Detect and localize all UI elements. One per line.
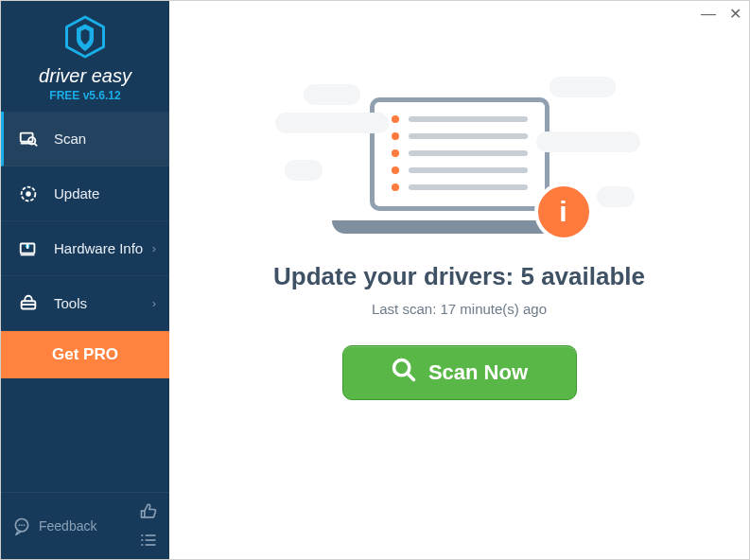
- list-icon[interactable]: [139, 531, 158, 550]
- scan-illustration: i: [313, 75, 606, 234]
- laptop-illustration-screen: [370, 97, 549, 211]
- decorative-cloud: [304, 84, 360, 105]
- brand-version: FREE v5.6.12: [49, 89, 120, 102]
- sidebar-item-scan[interactable]: Scan: [1, 112, 169, 166]
- decorative-cloud: [597, 186, 635, 207]
- last-scan-text: Last scan: 17 minute(s) ago: [372, 301, 547, 317]
- decorative-cloud: [536, 131, 640, 152]
- close-button[interactable]: ✕: [729, 7, 741, 22]
- brand-block: driver easy FREE v5.6.12: [1, 1, 169, 112]
- sidebar-footer: Feedback: [1, 492, 169, 559]
- sidebar-nav: Scan Update i Hardware Info ›: [1, 112, 169, 378]
- svg-point-13: [141, 534, 143, 536]
- feedback-icon: [12, 516, 31, 535]
- svg-point-15: [141, 544, 143, 546]
- window-controls: — ✕: [701, 7, 741, 22]
- info-badge-icon: i: [534, 183, 593, 241]
- info-badge-label: i: [559, 196, 567, 228]
- scan-now-label: Scan Now: [428, 360, 528, 385]
- sidebar-item-label: Update: [54, 185, 99, 201]
- magnify-icon: [391, 357, 417, 389]
- sidebar-item-hardware-info[interactable]: i Hardware Info ›: [1, 221, 169, 276]
- sidebar-item-label: Scan: [54, 131, 86, 147]
- scan-icon: [16, 127, 41, 151]
- sidebar-item-tools[interactable]: Tools ›: [1, 276, 169, 331]
- brand-name: driver easy: [39, 65, 131, 87]
- scan-now-button[interactable]: Scan Now: [342, 345, 577, 400]
- svg-point-12: [24, 524, 26, 526]
- footer-icons: [139, 502, 158, 550]
- sidebar-item-label: Hardware Info: [54, 240, 143, 256]
- decorative-cloud: [549, 77, 616, 97]
- svg-point-14: [141, 539, 143, 541]
- sidebar-item-update[interactable]: Update: [1, 166, 169, 221]
- main-heading: Update your drivers: 5 available: [273, 262, 645, 291]
- sidebar: driver easy FREE v5.6.12 Scan U: [1, 1, 169, 559]
- svg-point-4: [26, 191, 31, 197]
- chevron-right-icon: ›: [152, 241, 156, 255]
- feedback-button[interactable]: Feedback: [12, 516, 96, 535]
- svg-point-10: [19, 524, 21, 526]
- update-icon: [16, 182, 41, 206]
- decorative-cloud: [285, 160, 323, 181]
- thumbs-up-icon[interactable]: [139, 502, 158, 521]
- brand-logo-icon: [62, 14, 108, 60]
- sidebar-item-label: Tools: [54, 295, 87, 311]
- main-content: — ✕ i Update your drivers: 5 available L…: [169, 1, 749, 559]
- get-pro-button[interactable]: Get PRO: [1, 331, 169, 378]
- get-pro-label: Get PRO: [52, 345, 118, 364]
- minimize-button[interactable]: —: [701, 7, 716, 22]
- feedback-label: Feedback: [39, 518, 96, 534]
- svg-line-20: [407, 374, 413, 380]
- chevron-right-icon: ›: [152, 296, 156, 310]
- tools-icon: [16, 291, 41, 316]
- decorative-cloud: [275, 113, 389, 133]
- hardware-icon: i: [16, 236, 41, 261]
- svg-point-11: [21, 524, 23, 526]
